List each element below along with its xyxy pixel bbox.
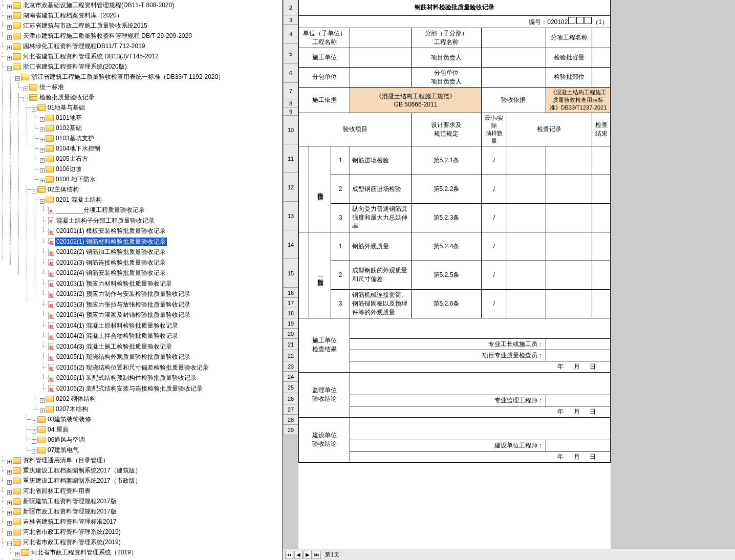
expander[interactable]: + — [7, 521, 12, 526]
folder-icon — [13, 23, 21, 29]
tree-item[interactable]: 河北省市政工程资料管理系统(2019) — [13, 528, 122, 536]
tree-item[interactable]: 0103基坑支护 — [46, 134, 95, 143]
tree-item[interactable]: 0202 砌体结构 — [46, 395, 97, 403]
tree-item[interactable]: 020102(3) 钢筋连接检验批质量验收记录 — [48, 259, 167, 267]
expander[interactable]: + — [7, 511, 12, 515]
expander[interactable]: + — [7, 480, 12, 485]
expander[interactable]: + — [7, 5, 12, 9]
tree-item[interactable]: 07建筑电气 — [37, 446, 80, 455]
tree-item[interactable]: 北京市政基础设施工程资料管理规程(DB11-T 808-2020) — [13, 1, 175, 10]
tree-item[interactable]: 0105土石方 — [46, 155, 89, 163]
folder-icon — [13, 467, 21, 474]
expander[interactable]: + — [40, 408, 45, 413]
expander[interactable]: + — [40, 127, 45, 132]
tree-item[interactable]: ________分项工程质量验收记录 — [48, 206, 146, 214]
tree-item[interactable]: 新疆建筑工程资料管理规程2017版 — [13, 497, 118, 506]
tree-item[interactable]: 浙江省建筑工程施工质量验收检查用表统一标准（DB33/T 1192-2020） — [21, 73, 225, 81]
expander[interactable]: − — [32, 107, 36, 112]
expander[interactable]: + — [7, 35, 12, 40]
tree-item[interactable]: 020102(4) 钢筋安装检验批质量验收记录 — [48, 269, 167, 277]
nav-prev[interactable]: ◀ — [294, 551, 302, 559]
expander[interactable]: − — [15, 76, 20, 81]
tree-item[interactable]: 河北省市政工程资料管理系统(2019) — [13, 538, 122, 547]
tree-item[interactable]: 020102(1) 钢筋材料检验批质量验收记录 — [48, 238, 167, 246]
tree-item[interactable]: 020105(2) 现浇结构位置和尺寸偏差检验批质量验收记录 — [48, 363, 210, 372]
expander[interactable]: + — [7, 46, 12, 50]
tree-item[interactable]: 浙江省建筑工程资料管理系统(2020版) — [13, 62, 128, 71]
tree-item[interactable]: 江苏省建筑与市政工程施工质量验收系统2015 — [13, 21, 148, 30]
folder-icon — [13, 2, 21, 9]
tree-item[interactable]: 020105(1) 现浇结构外观质量验检批质量验收记录 — [48, 353, 191, 361]
expander[interactable]: − — [32, 189, 36, 193]
expander[interactable]: + — [40, 117, 45, 122]
folder-icon — [37, 447, 46, 454]
tree-item[interactable]: 混凝土结构子分部工程质量验收记录 — [48, 217, 156, 225]
tree-item[interactable]: 020103(1) 预应力材料检验批质量验收记录 — [48, 279, 173, 288]
nav-next[interactable]: ▶ — [304, 551, 312, 559]
expander[interactable]: + — [32, 439, 36, 444]
tree-item[interactable]: 河北省建筑工程资料管理系统 DB13(J)/T145-2012 — [13, 52, 160, 61]
expander[interactable]: + — [40, 398, 45, 403]
tree-item[interactable]: 河北省园林工程资料用表 — [13, 487, 92, 496]
expander[interactable]: + — [7, 25, 12, 30]
expander[interactable]: − — [40, 199, 45, 204]
tree-item[interactable]: 吉林省建筑工程资料管理标准2017 — [13, 518, 118, 526]
expander[interactable]: − — [24, 97, 28, 101]
expander[interactable]: + — [40, 148, 45, 153]
nav-first[interactable]: ⏮ — [285, 551, 293, 559]
tree-item[interactable]: 河北省市政工程资料管理系统（2019） — [21, 548, 138, 557]
expander[interactable]: + — [7, 531, 12, 536]
tree-item[interactable]: 020106(2) 装配式结构安装与连接检验批质量验收记录 — [48, 384, 204, 393]
expander[interactable]: + — [7, 15, 12, 19]
expander[interactable]: + — [15, 552, 20, 556]
tree-item[interactable]: 04 屋面 — [37, 425, 70, 434]
tree-item[interactable]: 020106(1) 装配式结构预制构件检验批质量验收记录 — [48, 374, 198, 382]
tree-item[interactable]: 020102(2) 钢筋加工检验批质量验收记录 — [48, 248, 167, 256]
tree-item[interactable]: 0108 地下防水 — [46, 175, 97, 184]
tree-item[interactable]: 重庆建设工程档案编制系统2017（建筑版） — [13, 466, 142, 475]
tree-item[interactable]: 03建筑装饰装修 — [37, 415, 92, 424]
expander[interactable]: + — [40, 179, 45, 183]
expander[interactable]: + — [7, 490, 12, 495]
tree-item[interactable]: 资料管理通用清单（目录管理） — [13, 456, 110, 465]
tree-item[interactable]: 重庆建设工程档案编制系统2017（市政版） — [13, 477, 142, 485]
expander[interactable]: + — [40, 138, 45, 142]
tree-item[interactable]: 020104(3) 混凝土施工检验批质量验收记录 — [48, 342, 173, 351]
folder-icon — [21, 549, 29, 556]
nav-last[interactable]: ⏭ — [313, 551, 321, 559]
tree-item[interactable]: 0106边坡 — [46, 165, 83, 174]
tree-item[interactable]: 0102基础 — [46, 124, 83, 133]
tree-item[interactable]: 0201 混凝土结构 — [46, 196, 103, 204]
expander[interactable]: + — [7, 460, 12, 464]
tree-item[interactable]: 统一标准 — [29, 83, 65, 92]
expander[interactable]: + — [32, 449, 36, 454]
tree-item[interactable]: 天津市建筑工程施工质量验收资料管理规程 DB/T 29-209-2020 — [13, 32, 193, 40]
expander[interactable]: + — [24, 87, 28, 91]
tree-item[interactable]: 020101(1) 模板安装检验批质量验收记录 — [48, 227, 167, 235]
tree-item[interactable]: 06通风与空调 — [37, 436, 86, 444]
tree-item[interactable]: 020104(1) 混凝土原材料检验批质量验收记录 — [48, 321, 179, 330]
tree-item[interactable]: 检验批质量验收记录 — [29, 93, 96, 102]
tree-item[interactable]: 0207木结构 — [46, 405, 89, 414]
tree-item[interactable]: 湖南省建筑工程档案资料库（2020） — [13, 11, 124, 20]
tree-item[interactable]: 020103(4) 预应力灌浆及封锚检验批质量验收记录 — [48, 311, 191, 319]
tree-item[interactable]: 02主体结构 — [37, 185, 80, 194]
tree-item[interactable]: 0101地基 — [46, 114, 83, 122]
tree-item[interactable]: 0104地下水控制 — [46, 144, 101, 153]
expander[interactable]: + — [7, 56, 12, 60]
expander[interactable]: + — [32, 429, 36, 434]
expander[interactable]: − — [7, 542, 12, 546]
tree-item[interactable]: 020103(2) 预应力制作与安装检验批质量验收记录 — [48, 290, 191, 298]
expander[interactable]: + — [7, 470, 12, 475]
expander[interactable]: + — [7, 501, 12, 505]
tree-item[interactable]: 新疆市政工程资料管理规程2017版 — [13, 507, 118, 516]
doc-icon — [48, 333, 54, 340]
expander[interactable]: − — [7, 66, 12, 71]
tree-item[interactable]: 01地基与基础 — [37, 103, 86, 112]
expander[interactable]: + — [40, 158, 45, 163]
expander[interactable]: + — [40, 168, 45, 173]
tree-item[interactable]: 020104(2) 混凝土拌合物检验批质量验收记录 — [48, 332, 179, 340]
tree-item[interactable]: 020103(3) 预应力张拉与放张检验批质量验收记录 — [48, 300, 191, 309]
tree-item[interactable]: 园林绿化工程资料管理规程DB11/T 712-2019 — [13, 42, 146, 51]
expander[interactable]: + — [32, 419, 36, 423]
